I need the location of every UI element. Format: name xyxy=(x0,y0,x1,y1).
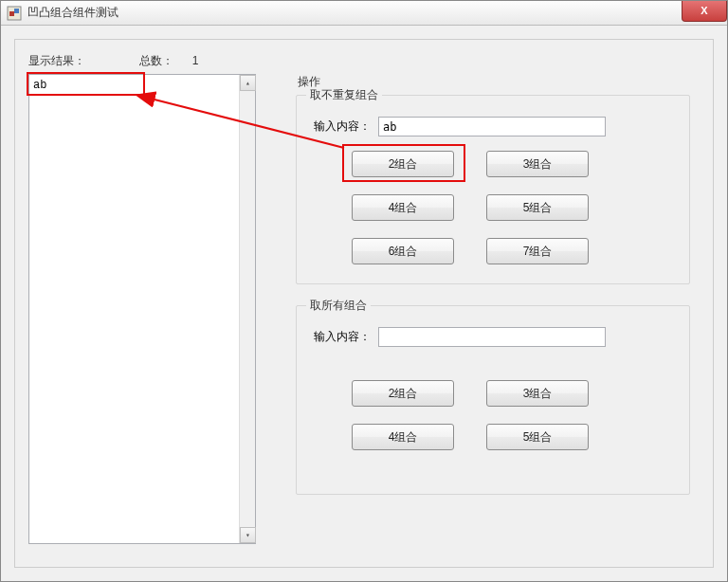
btn-4combo[interactable]: 4组合 xyxy=(352,194,454,221)
btn-all-3combo[interactable]: 3组合 xyxy=(486,380,589,407)
scroll-up-icon[interactable]: ▴ xyxy=(240,75,256,91)
app-icon xyxy=(7,6,22,21)
close-button[interactable]: X xyxy=(682,1,727,22)
result-textarea[interactable]: ab ▴ ▾ xyxy=(28,74,256,544)
titlebar[interactable]: 凹凸组合组件测试 X xyxy=(1,1,727,26)
btn-2combo[interactable]: 2组合 xyxy=(352,151,454,177)
button-grid-all: 2组合 3组合 4组合 5组合 xyxy=(352,380,589,467)
window-title: 凹凸组合组件测试 xyxy=(27,5,118,21)
result-label: 显示结果： xyxy=(28,53,85,69)
groupbox-unique: 取不重复组合 输入内容： 2组合 3组合 4组合 5组合 6组合 xyxy=(296,95,690,284)
client-area: 显示结果： 总数： 1 ab ▴ ▾ 操作 取不重复组合 输入内容： xyxy=(1,26,727,581)
groupbox-all: 取所有组合 输入内容： 2组合 3组合 4组合 5组合 xyxy=(296,305,690,495)
btn-6combo[interactable]: 6组合 xyxy=(352,238,454,264)
groupbox-all-title: 取所有组合 xyxy=(306,298,371,314)
btn-7combo[interactable]: 7组合 xyxy=(486,238,589,264)
btn-all-5combo[interactable]: 5组合 xyxy=(486,424,589,450)
btn-3combo[interactable]: 3组合 xyxy=(486,151,589,177)
btn-all-2combo[interactable]: 2组合 xyxy=(352,380,454,407)
svg-rect-2 xyxy=(14,9,19,13)
result-header: 显示结果： 总数： 1 xyxy=(28,53,198,69)
input-row-unique: 输入内容： xyxy=(314,117,606,136)
btn-5combo[interactable]: 5组合 xyxy=(486,194,589,221)
input-label-unique: 输入内容： xyxy=(314,118,371,135)
btn-all-4combo[interactable]: 4组合 xyxy=(352,424,454,450)
count-value: 1 xyxy=(192,54,199,67)
result-text: ab xyxy=(33,79,46,92)
input-unique[interactable] xyxy=(378,117,606,136)
app-window: 凹凸组合组件测试 X 显示结果： 总数： 1 ab ▴ ▾ 操作 取不重复组合 xyxy=(0,0,728,582)
input-label-all: 输入内容： xyxy=(314,329,371,345)
main-panel: 显示结果： 总数： 1 ab ▴ ▾ 操作 取不重复组合 输入内容： xyxy=(14,39,714,568)
scroll-down-icon[interactable]: ▾ xyxy=(240,527,256,543)
input-all[interactable] xyxy=(378,327,606,347)
svg-rect-1 xyxy=(9,11,14,16)
scrollbar[interactable]: ▴ ▾ xyxy=(239,75,255,543)
groupbox-unique-title: 取不重复组合 xyxy=(306,87,382,103)
count-label: 总数： xyxy=(139,53,173,69)
button-grid-unique: 2组合 3组合 4组合 5组合 6组合 7组合 xyxy=(352,151,589,282)
input-row-all: 输入内容： xyxy=(314,327,606,347)
